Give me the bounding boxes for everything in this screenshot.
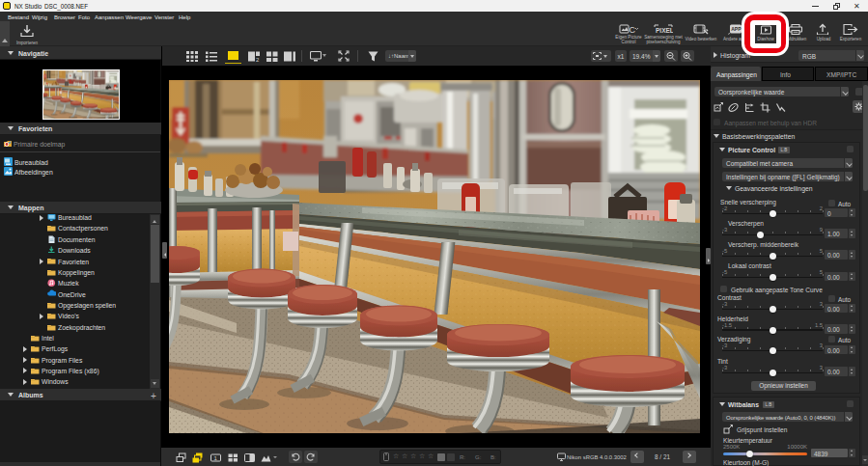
svg-text:APP: APP [731,26,742,32]
svg-text:C: C [630,25,636,35]
svg-text:1: 1 [214,455,218,461]
svg-text:PIXEL: PIXEL [656,27,673,34]
svg-text:2: 2 [256,57,260,62]
